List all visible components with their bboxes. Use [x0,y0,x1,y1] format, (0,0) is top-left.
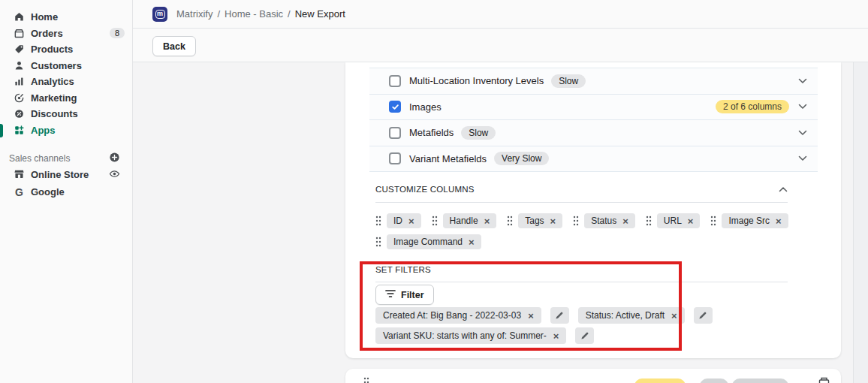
filter-button[interactable]: Filter [375,285,434,305]
remove-filter-icon[interactable]: × [553,331,559,341]
remove-column-icon[interactable]: × [408,216,414,226]
customize-columns-header: CUSTOMIZE COLUMNS [375,185,788,194]
edit-filter-button[interactable] [550,307,569,324]
chevron-down-icon[interactable] [798,130,807,136]
sales-channels-heading: Sales channels [0,151,132,166]
drag-handle-icon[interactable] [363,377,369,383]
sidebar-item-label: Customers [31,60,82,71]
column-chips-row-1: ID× Handle× Tags× Status× URL× Image Src… [375,213,788,228]
breadcrumb-current-page: New Export [295,8,345,20]
drag-handle-icon[interactable] [375,237,381,247]
chevron-down-icon[interactable] [798,78,807,84]
filter-chips-row-1: Created At: Big Bang - 2022-03-03 × Stat… [375,307,713,324]
remove-column-icon[interactable]: × [484,216,490,226]
sidebar-item-label: Google [31,186,65,198]
edit-filter-button[interactable] [694,307,713,324]
sidebar-item-marketing[interactable]: Marketing [0,90,132,107]
sidebar-item-orders[interactable]: Orders 8 [0,26,132,42]
breadcrumb-section[interactable]: Home - Basic [225,8,283,20]
export-entity-list: Multi-Location Inventory Levels Slow Ima… [369,68,818,172]
filter-chip-status: Status: Active, Draft × [578,307,685,324]
remove-filter-icon[interactable]: × [671,311,677,321]
export-row-images[interactable]: Images 2 of 6 columns [369,95,818,121]
filter-icon [385,289,396,300]
sidebar-item-products[interactable]: Products [0,41,132,58]
column-chip: Image Command× [387,234,481,249]
filter-chips-row-2: Variant SKU: starts with any of: Summer-… [375,327,594,344]
checkbox-unchecked[interactable] [389,152,401,164]
edit-filter-button[interactable] [575,327,594,344]
set-filters-title: SET FILTERS [375,265,431,274]
pencil-icon [698,311,707,320]
chevron-down-icon[interactable] [798,104,807,110]
vertical-scrollbar[interactable] [853,62,868,383]
column-chip-unit: Tags× [507,213,562,228]
app-screen: Home Orders 8 Products Customers [0,0,868,383]
add-channel-icon[interactable] [109,152,120,165]
printer-icon[interactable] [818,377,830,383]
export-row-metafields[interactable]: Metafields Slow [369,120,818,146]
column-chip-label: Tags [525,216,544,226]
matrixify-logo: m [152,7,167,22]
app-breadcrumb-bar: m Matrixify / Home - Basic / New Export [133,0,868,29]
drag-handle-icon[interactable] [507,216,513,226]
google-icon: G [14,186,25,198]
sidebar-item-apps[interactable]: Apps [0,122,132,139]
sidebar-item-customers[interactable]: Customers [0,58,132,74]
remove-column-icon[interactable]: × [688,216,694,226]
sidebar-item-label: Marketing [31,92,77,104]
export-row-multi-location-inventory[interactable]: Multi-Location Inventory Levels Slow [369,68,818,95]
sidebar-item-google[interactable]: G Google [0,183,132,201]
column-chips-row-2: Image Command× [375,234,481,249]
sidebar-item-label: Orders [31,28,63,39]
remove-column-icon[interactable]: × [550,216,556,226]
remove-column-icon[interactable]: × [776,216,782,226]
checkbox-checked[interactable] [389,101,401,113]
checkbox-unchecked[interactable] [389,75,401,87]
breadcrumb-app[interactable]: Matrixify [176,8,212,20]
column-chip-label: Image Command [393,237,463,247]
columns-count-badge: 2 of 6 columns [716,100,789,113]
drag-handle-icon[interactable] [646,216,652,226]
filter-chip-created-at: Created At: Big Bang - 2022-03-03 × [375,307,541,324]
orders-icon [14,28,25,39]
sidebar-item-discounts[interactable]: Discounts [0,106,132,122]
storefront-icon [14,168,25,182]
sidebar-item-label: Apps [31,125,56,136]
sidebar-item-analytics[interactable]: Analytics [0,74,132,90]
column-chip: Handle× [443,213,497,228]
checkbox-unchecked[interactable] [389,127,401,139]
filter-chip-label: Status: Active, Draft [586,310,665,321]
drag-handle-icon[interactable] [375,216,381,226]
column-chip-unit: ID× [375,213,421,228]
sidebar-item-label: Products [31,44,73,55]
export-settings-card: Multi-Location Inventory Levels Slow Ima… [345,62,841,358]
pencil-icon [555,311,564,320]
chevron-up-icon[interactable] [779,186,788,192]
column-chip-label: ID [393,216,402,226]
bar-chart-icon [14,76,25,87]
sidebar-item-label: Analytics [31,76,74,87]
drag-handle-icon[interactable] [573,216,579,226]
remove-column-icon[interactable]: × [469,237,475,247]
column-chip: URL× [657,213,701,228]
matrixify-logo-glyph: m [155,10,165,19]
home-icon [14,11,25,23]
column-chip-label: URL [664,216,682,226]
drag-handle-icon[interactable] [432,216,438,226]
sidebar-item-home[interactable]: Home [0,9,132,26]
orders-count-badge: 8 [110,28,125,38]
back-button[interactable]: Back [152,36,196,56]
filter-chip-label: Variant SKU: starts with any of: Summer- [383,330,547,341]
remove-filter-icon[interactable]: × [528,311,534,321]
eye-icon[interactable] [109,168,120,182]
chevron-down-icon[interactable] [798,155,807,161]
export-row-variant-metafields[interactable]: Variant Metafields Very Slow [369,146,818,173]
target-icon [14,92,25,104]
drag-handle-icon[interactable] [710,216,716,226]
section-divider [375,282,788,282]
apps-icon [14,125,25,136]
set-filters-header: SET FILTERS [375,265,788,274]
sidebar-item-online-store[interactable]: Online Store [0,166,132,183]
remove-column-icon[interactable]: × [622,216,628,226]
